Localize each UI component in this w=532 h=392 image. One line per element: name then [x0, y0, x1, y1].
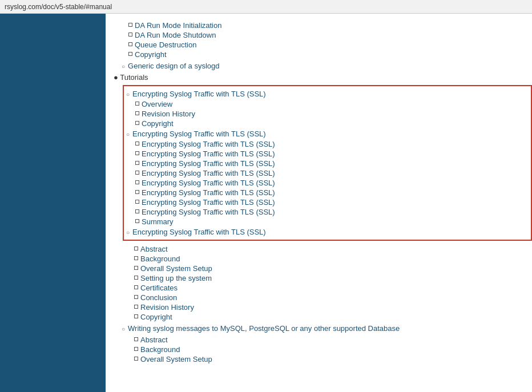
writing-syslog-link[interactable]: Writing syslog messages to MySQL, Postgr…	[128, 324, 400, 333]
bullet-icon	[134, 357, 138, 361]
tls-item-4[interactable]: Encrypting Syslog Traffic with TLS (SSL)	[142, 169, 275, 177]
bullet-icon	[128, 33, 132, 37]
encrypting-tls-title-3[interactable]: Encrypting Syslog Traffic with TLS (SSL)	[132, 228, 266, 236]
bullet-icon	[134, 314, 138, 318]
browser-bar: rsyslog.com/doc/v5-stable/#manual	[0, 0, 532, 14]
tutorials-label: ● Tutorials	[114, 73, 148, 82]
bullet-icon	[128, 23, 132, 27]
certificates-link[interactable]: Certificates	[140, 284, 178, 292]
bullet-icon	[134, 285, 138, 289]
copyright-link-2[interactable]: Copyright	[140, 313, 172, 321]
bullet-icon	[135, 142, 139, 146]
queue-destruction-link[interactable]: Queue Destruction	[135, 41, 196, 49]
bullet-icon	[134, 246, 138, 250]
tls-item-3[interactable]: Encrypting Syslog Traffic with TLS (SSL)	[142, 159, 275, 168]
bullet-icon	[128, 52, 132, 56]
conclusion-link[interactable]: Conclusion	[140, 293, 177, 302]
overview-link[interactable]: Overview	[142, 100, 172, 108]
bullet-icon	[135, 180, 139, 184]
tls-item-2[interactable]: Encrypting Syslog Traffic with TLS (SSL)	[142, 149, 275, 158]
encrypting-tls-title-1[interactable]: Encrypting Syslog Traffic with TLS (SSL)	[132, 90, 266, 98]
background-link-1[interactable]: Background	[140, 254, 180, 263]
revision-history-link-2[interactable]: Revision History	[140, 303, 194, 312]
bullet-icon	[134, 266, 138, 270]
bullet-icon	[135, 161, 139, 165]
bullet-icon	[135, 171, 139, 175]
bullet-icon	[135, 102, 139, 106]
setting-up-system-link[interactable]: Setting up the system	[140, 274, 212, 282]
tls-item-6[interactable]: Encrypting Syslog Traffic with TLS (SSL)	[142, 188, 275, 197]
abstract-link-1[interactable]: Abstract	[140, 245, 168, 253]
content-area: DA Run Mode Initialization DA Run Mode S…	[106, 14, 532, 392]
bullet-icon	[134, 347, 138, 351]
bullet-icon	[135, 190, 139, 194]
copyright-link-1[interactable]: Copyright	[142, 119, 174, 128]
tls-item-1[interactable]: Encrypting Syslog Traffic with TLS (SSL)	[142, 140, 275, 148]
bullet-icon	[135, 200, 139, 204]
da-run-mode-shutdown-link[interactable]: DA Run Mode Shutdown	[135, 31, 216, 39]
revision-history-link-1[interactable]: Revision History	[142, 110, 195, 118]
tls-item-7[interactable]: Encrypting Syslog Traffic with TLS (SSL)	[142, 198, 275, 207]
summary-link[interactable]: Summary	[142, 217, 174, 226]
da-run-mode-initialization-link[interactable]: DA Run Mode Initialization	[135, 21, 221, 30]
bullet-icon	[134, 276, 138, 280]
bullet-icon	[128, 42, 132, 46]
tls-item-8[interactable]: Encrypting Syslog Traffic with TLS (SSL)	[142, 208, 275, 216]
bullet-icon	[135, 111, 139, 115]
sidebar	[0, 14, 106, 392]
bullet-icon	[135, 209, 139, 213]
bullet-icon	[134, 295, 138, 299]
tutorials-link[interactable]: Tutorials	[120, 73, 148, 82]
abstract-link-2[interactable]: Abstract	[140, 336, 168, 344]
url-bar: rsyslog.com/doc/v5-stable/#manual	[5, 3, 112, 11]
overall-system-setup-link-2[interactable]: Overall System Setup	[140, 355, 212, 363]
tls-item-5[interactable]: Encrypting Syslog Traffic with TLS (SSL)	[142, 179, 275, 187]
highlighted-section: ○ Encrypting Syslog Traffic with TLS (SS…	[123, 85, 532, 241]
overall-system-setup-link-1[interactable]: Overall System Setup	[140, 264, 212, 273]
background-link-2[interactable]: Background	[140, 345, 180, 354]
bullet-icon	[134, 256, 138, 260]
bullet-icon	[135, 151, 139, 155]
bullet-icon	[135, 121, 139, 125]
bullet-icon	[135, 219, 139, 223]
bullet-icon	[134, 337, 138, 341]
encrypting-tls-title-2[interactable]: Encrypting Syslog Traffic with TLS (SSL)	[132, 130, 266, 138]
copyright-top-link[interactable]: Copyright	[135, 50, 167, 59]
bullet-icon	[134, 305, 138, 309]
generic-design-link[interactable]: Generic design of a syslogd	[128, 62, 219, 70]
